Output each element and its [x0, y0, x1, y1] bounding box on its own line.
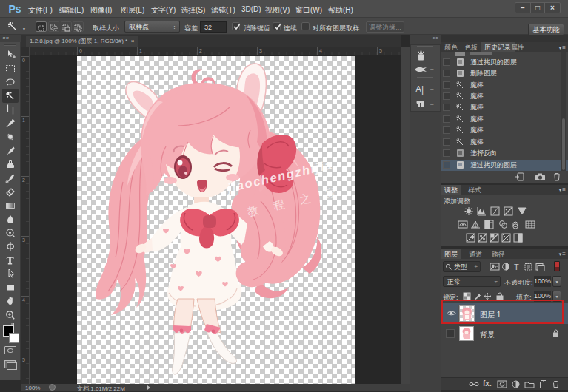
svg-text:T: T — [514, 263, 519, 271]
